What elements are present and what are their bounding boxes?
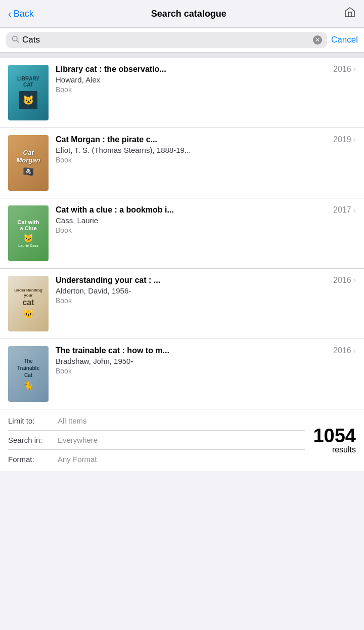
- results-list: LIBRARYCAT 🐱 Library cat : the observati…: [0, 58, 364, 409]
- book-format: Book: [56, 297, 356, 305]
- book-format: Book: [56, 156, 356, 164]
- book-format: Book: [56, 367, 356, 375]
- limit-to-filter[interactable]: Limit to: All Items: [8, 416, 305, 431]
- chevron-left-icon: ‹: [8, 8, 12, 20]
- search-bar: ✕ Cancel: [0, 28, 364, 53]
- book-year: 2019: [333, 135, 351, 144]
- home-button[interactable]: [344, 6, 356, 21]
- book-format: Book: [56, 226, 356, 234]
- book-year: 2016: [333, 65, 351, 74]
- book-title: Understanding your cat : ...: [56, 276, 329, 285]
- header: ‹ Back Search catalogue: [0, 0, 364, 28]
- book-year: 2017: [333, 205, 351, 215]
- book-cover: Cat witha Clue 🐱 Laurie Cass: [8, 205, 49, 261]
- chevron-right-icon: ›: [353, 135, 356, 144]
- search-in-filter[interactable]: Search in: Everywhere: [8, 436, 305, 450]
- book-info: Understanding your cat : ... 2016 › Alde…: [56, 276, 356, 305]
- cancel-button[interactable]: Cancel: [331, 35, 358, 45]
- book-author: Alderton, David, 1956-: [56, 286, 356, 295]
- book-cover: understandingyour cat 🐱: [8, 276, 49, 331]
- book-year: 2016: [333, 276, 351, 285]
- back-label: Back: [14, 9, 34, 19]
- chevron-right-icon: ›: [353, 346, 356, 355]
- filter-bar: Limit to: All Items Search in: Everywher…: [0, 409, 364, 471]
- limit-to-value: All Items: [58, 416, 87, 425]
- book-info: Cat with a clue : a bookmob i... 2017 › …: [56, 205, 356, 234]
- book-cover: LIBRARYCAT 🐱: [8, 65, 49, 120]
- back-button[interactable]: ‹ Back: [8, 8, 34, 20]
- search-icon: [11, 35, 19, 45]
- format-label: Format:: [8, 455, 54, 464]
- format-value: Any Format: [58, 455, 97, 464]
- book-info: The trainable cat : how to m... 2016 › B…: [56, 346, 356, 375]
- section-gap: [0, 53, 364, 58]
- book-title: Library cat : the observatio...: [56, 65, 329, 74]
- filter-options: Limit to: All Items Search in: Everywher…: [8, 416, 305, 464]
- search-in-value: Everywhere: [58, 436, 98, 444]
- chevron-right-icon: ›: [353, 276, 356, 285]
- book-info: Cat Morgan : the pirate c... 2019 › Elio…: [56, 135, 356, 164]
- book-info: Library cat : the observatio... 2016 › H…: [56, 65, 356, 94]
- book-format: Book: [56, 86, 356, 94]
- book-title: Cat Morgan : the pirate c...: [56, 135, 329, 144]
- book-cover: TheTrainableCat 🐈: [8, 346, 49, 402]
- results-count: 1054 results: [305, 416, 356, 464]
- book-title: Cat with a clue : a bookmob i...: [56, 205, 329, 215]
- list-item[interactable]: understandingyour cat 🐱 Understanding yo…: [0, 269, 364, 339]
- svg-line-1: [17, 40, 19, 43]
- clear-search-button[interactable]: ✕: [313, 35, 322, 45]
- search-in-label: Search in:: [8, 436, 54, 444]
- limit-to-label: Limit to:: [8, 416, 54, 425]
- list-item[interactable]: LIBRARYCAT 🐱 Library cat : the observati…: [0, 58, 364, 128]
- search-input-wrapper: ✕: [6, 32, 327, 48]
- search-input[interactable]: [22, 35, 310, 45]
- list-item[interactable]: CatMorgan 🏴‍☠️ Cat Morgan : the pirate c…: [0, 128, 364, 198]
- results-number: 1054: [313, 426, 356, 445]
- book-author: Bradshaw, John, 1950-: [56, 357, 356, 365]
- book-year: 2016: [333, 346, 351, 355]
- page-title: Search catalogue: [151, 9, 226, 19]
- book-cover: CatMorgan 🏴‍☠️: [8, 135, 49, 191]
- list-item[interactable]: Cat witha Clue 🐱 Laurie Cass Cat with a …: [0, 198, 364, 269]
- chevron-right-icon: ›: [353, 65, 356, 74]
- list-item[interactable]: TheTrainableCat 🐈 The trainable cat : ho…: [0, 339, 364, 409]
- format-filter[interactable]: Format: Any Format: [8, 455, 305, 464]
- chevron-right-icon: ›: [353, 205, 356, 215]
- book-author: Cass, Laurie: [56, 216, 356, 225]
- book-title: The trainable cat : how to m...: [56, 346, 329, 355]
- book-author: Eliot, T. S. (Thomas Stearns), 1888-19..…: [56, 146, 356, 154]
- book-author: Howard, Alex: [56, 75, 356, 84]
- results-label: results: [332, 445, 356, 454]
